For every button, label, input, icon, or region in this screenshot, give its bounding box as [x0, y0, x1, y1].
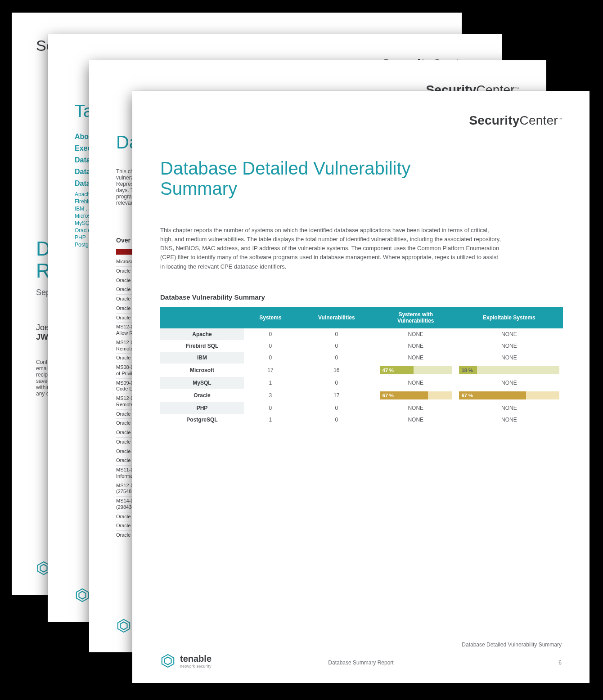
table-row: Oracle31767 %67 %	[160, 389, 563, 402]
vuln-table: SystemsVulnerabilitiesSystems withVulner…	[160, 307, 563, 426]
table-row: MySQL10NONENONE	[160, 377, 563, 389]
row-label: Apache	[160, 328, 244, 340]
cell-systems: 3	[244, 389, 297, 402]
svg-marker-2	[76, 589, 88, 601]
svg-marker-3	[79, 592, 86, 599]
vuln-table-wrap: SystemsVulnerabilitiesSystems withVulner…	[160, 307, 563, 426]
table-row: Apache00NONENONE	[160, 328, 563, 340]
cell-vulns: 16	[297, 363, 376, 377]
cell-exp: NONE	[455, 377, 563, 389]
cell-exp: NONE	[455, 352, 563, 363]
stage: Se… Dat Rep Septer Joe W JWDC Confidenti…	[0, 0, 603, 700]
col-header: Systems withVulnerabilities	[376, 307, 455, 328]
cell-systems: 1	[244, 377, 297, 389]
row-label: IBM	[160, 352, 244, 363]
row-label: PHP	[160, 402, 244, 414]
table-row: Firebird SQL00NONENONE	[160, 340, 563, 352]
bar-cell: 47 %	[376, 363, 455, 377]
col-header: Systems	[244, 307, 297, 328]
cell-swv: NONE	[376, 328, 455, 340]
bar-cell: 67 %	[376, 389, 455, 402]
page4-intro: This chapter reports the number of syste…	[160, 226, 502, 271]
cell-systems: 1	[244, 414, 297, 426]
footer-page: 6	[558, 660, 562, 666]
cell-exp: NONE	[455, 328, 563, 340]
cell-swv: NONE	[376, 340, 455, 352]
cell-swv: NONE	[376, 414, 455, 426]
col-header: Vulnerabilities	[297, 307, 376, 328]
row-label: Firebird SQL	[160, 340, 244, 352]
cell-systems: 0	[244, 352, 297, 363]
table-row: PostgreSQL10NONENONE	[160, 414, 563, 426]
cell-vulns: 0	[297, 402, 376, 414]
tenable-mark-icon	[160, 653, 176, 669]
tenable-mark-icon	[116, 618, 131, 633]
footer-upper: Database Detailed Vulnerability Summary	[462, 642, 562, 648]
title-l1: Database Detailed Vulnerability	[160, 158, 411, 179]
col-header: Exploitable Systems	[455, 307, 563, 328]
cell-vulns: 0	[297, 414, 376, 426]
bar-cell: 67 %	[455, 389, 563, 402]
table-row: PHP00NONENONE	[160, 402, 563, 414]
tenable-name: tenablenetwork security	[180, 654, 212, 669]
col-header	[160, 307, 244, 328]
cell-swv: NONE	[376, 402, 455, 414]
cell-exp: NONE	[455, 340, 563, 352]
table-row: IBM00NONENONE	[160, 352, 563, 363]
page-4: SecurityCenter™ Database Detailed Vulner…	[132, 91, 590, 683]
cell-exp: NONE	[455, 402, 563, 414]
row-label: Microsoft	[160, 363, 244, 377]
cell-vulns: 0	[297, 328, 376, 340]
table-title: Database Vulnerability Summary	[160, 293, 265, 301]
row-label: PostgreSQL	[160, 414, 244, 426]
svg-marker-4	[118, 619, 130, 632]
page4-title: Database Detailed Vulnerability Summary	[160, 158, 411, 199]
cell-vulns: 0	[297, 377, 376, 389]
svg-marker-1	[40, 565, 47, 572]
svg-marker-5	[120, 622, 127, 630]
row-label: Oracle	[160, 389, 244, 402]
cell-swv: NONE	[376, 352, 455, 363]
footer-center: Database Summary Report	[328, 660, 393, 666]
title-l2: Summary	[160, 179, 411, 199]
tenable-logo: tenablenetwork security	[160, 653, 212, 669]
cell-exp: NONE	[455, 414, 563, 426]
row-label: MySQL	[160, 377, 244, 389]
cell-systems: 0	[244, 328, 297, 340]
table-row: Microsoft171647 %18 %	[160, 363, 563, 377]
svg-marker-6	[162, 655, 174, 667]
cell-systems: 0	[244, 340, 297, 352]
brand: SecurityCenter™	[469, 113, 562, 128]
tenable-mark-icon	[75, 588, 90, 603]
cell-swv: NONE	[376, 377, 455, 389]
cell-systems: 17	[244, 363, 297, 377]
bar-cell: 18 %	[455, 363, 563, 377]
cell-vulns: 0	[297, 352, 376, 363]
svg-marker-7	[164, 657, 171, 665]
cell-systems: 0	[244, 402, 297, 414]
cell-vulns: 0	[297, 340, 376, 352]
cell-vulns: 17	[297, 389, 376, 402]
